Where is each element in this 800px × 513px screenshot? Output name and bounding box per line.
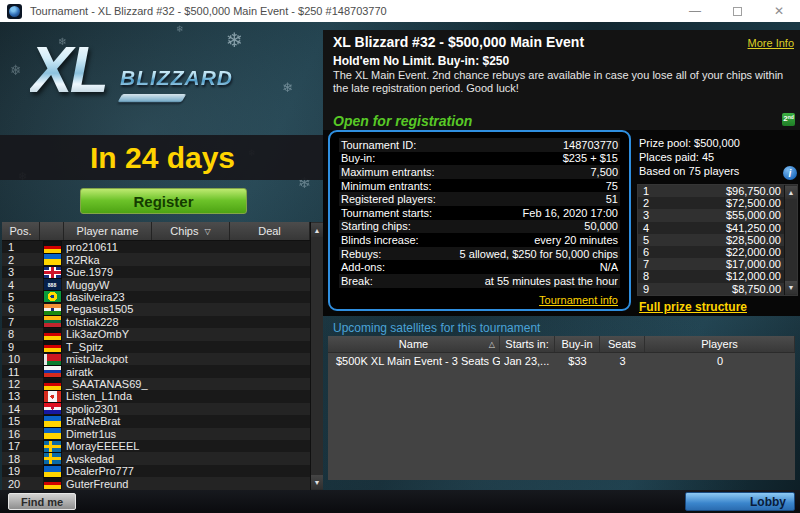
prize-rank: 1 (643, 185, 649, 197)
satellite-name: $500K XL Main Event - 3 Seats GTD (328, 355, 500, 367)
player-name: Listen_L1nda (64, 390, 152, 402)
flag-cell (40, 366, 64, 377)
column-header-sat-name[interactable]: Name△ (328, 336, 500, 352)
column-header-sat-buyin[interactable]: Buy-in (555, 336, 600, 352)
poker-app-icon (7, 4, 22, 19)
player-row[interactable]: 19DealerPro777 (2, 465, 310, 477)
scroll-down-icon[interactable]: ▼ (311, 475, 323, 489)
column-header-sat-players[interactable]: Players (645, 336, 795, 352)
detail-row: Tournament ID:148703770 (339, 138, 620, 152)
main-area: XL BLIZZARD In 24 days Register Pos. Pla… (0, 22, 800, 513)
flag-cell (40, 453, 64, 464)
player-row[interactable]: 18Avskedad (2, 452, 310, 464)
germany-flag-icon (44, 341, 61, 352)
scroll-up-icon[interactable]: ▲ (311, 223, 323, 237)
player-row[interactable]: 6Pegasus1505 (2, 303, 310, 315)
column-header-sat-seats[interactable]: Seats (600, 336, 645, 352)
column-header-deal[interactable]: Deal (230, 222, 310, 240)
prize-rank: 7 (643, 258, 649, 270)
scroll-down-icon[interactable]: ▼ (785, 281, 797, 294)
register-button[interactable]: Register (80, 188, 247, 214)
detail-label: Maximum entrants: (341, 166, 435, 178)
prize-row: 8$12,000.00 (638, 270, 797, 282)
player-row[interactable]: 3Sue.1979 (2, 266, 310, 278)
player-row[interactable]: 13Listen_L1nda (2, 390, 310, 402)
tournament-header-panel: XL Blizzard #32 - $500,000 Main Event Mo… (323, 30, 800, 130)
germany-flag-icon (44, 478, 61, 489)
flag-cell (40, 379, 64, 390)
flag-cell (40, 391, 64, 402)
player-name: DealerPro777 (64, 465, 152, 477)
satellite-row[interactable]: $500K XL Main Event - 3 Seats GTDJan 23,… (328, 353, 795, 369)
player-row[interactable]: 15BratNeBrat (2, 415, 310, 427)
player-position: 11 (2, 366, 40, 378)
player-row[interactable]: 16Dimetr1us (2, 428, 310, 440)
prize-amount: $8,750.00 (732, 283, 781, 295)
player-row[interactable]: 20GuterFreund (2, 477, 310, 489)
player-position: 9 (2, 341, 40, 353)
sweden-flag-icon (44, 453, 61, 464)
player-name: MuggyW (64, 279, 152, 291)
find-me-button[interactable]: Find me (8, 493, 76, 510)
germany-flag-icon (44, 242, 61, 253)
player-row[interactable]: 10mistrJackpot (2, 353, 310, 365)
column-header-sat-starts[interactable]: Starts in: (500, 336, 555, 352)
prize-list-scrollbar[interactable]: ▲ ▼ (784, 185, 797, 295)
ukraine-flag-icon (44, 466, 61, 477)
player-position: 6 (2, 303, 40, 315)
prize-rank: 9 (643, 283, 649, 295)
player-name: pro210611 (64, 241, 152, 253)
column-header-player-name[interactable]: Player name (64, 222, 152, 240)
prize-pool-text: Prize pool: $500,000 (639, 137, 740, 149)
minimize-button[interactable]: — (674, 0, 716, 22)
player-table: Pos. Player name Chips▽ Deal 1pro2106112… (2, 222, 323, 490)
column-header-flag[interactable] (40, 222, 64, 240)
player-row[interactable]: 1pro210611 (2, 241, 310, 253)
ukraine-flag-icon (44, 428, 61, 439)
satellite-players: 0 (645, 355, 795, 367)
close-button[interactable]: ✕ (758, 0, 800, 22)
detail-label: Blinds increase: (341, 234, 419, 246)
player-position: 19 (2, 465, 40, 477)
player-row[interactable]: 4888MuggyW (2, 278, 310, 290)
column-header-pos[interactable]: Pos. (2, 222, 40, 240)
full-prize-structure-link[interactable]: Full prize structure (639, 300, 747, 314)
player-position: 10 (2, 353, 40, 365)
player-name: T_Spitz (64, 341, 152, 353)
detail-row: Tournament starts:Feb 16, 2020 17:00 (339, 206, 620, 220)
tournament-details-box: Tournament ID:148703770Buy-in:$235 + $15… (328, 130, 631, 311)
tournament-description: The XL Main Event. 2nd chance rebuys are… (333, 69, 797, 95)
player-row[interactable]: 2R2Rka (2, 253, 310, 265)
snowflake-icon (226, 28, 243, 52)
player-list-scrollbar[interactable]: ▲ ▼ (310, 222, 323, 490)
player-name: _SAATANAS69_ (64, 378, 152, 390)
maximize-button[interactable] (716, 0, 758, 22)
russia-flag-icon (44, 366, 61, 377)
tournament-title: XL Blizzard #32 - $500,000 Main Event (333, 34, 584, 50)
tournament-info-link[interactable]: Tournament info (539, 294, 618, 306)
player-name: Sue.1979 (64, 266, 152, 278)
player-row[interactable]: 12_SAATANAS69_ (2, 378, 310, 390)
player-row[interactable]: 17MorayEEEEEL (2, 440, 310, 452)
player-row[interactable]: 5dasilveira23 (2, 291, 310, 303)
player-position: 13 (2, 390, 40, 402)
prize-row: 9$8,750.00 (638, 283, 797, 295)
prize-panel: Prize pool: $500,000 Places paid: 45 Bas… (637, 137, 798, 317)
player-row[interactable]: 9T_Spitz (2, 341, 310, 353)
lobby-button[interactable]: Lobby (685, 492, 795, 511)
satellites-title: Upcoming satellites for this tournament (333, 321, 540, 335)
player-row[interactable]: 11airatk (2, 365, 310, 377)
more-info-link[interactable]: More Info (748, 37, 794, 49)
prize-row: 1$96,750.00 (638, 185, 797, 197)
sort-descending-icon: ▽ (204, 227, 210, 236)
column-header-chips[interactable]: Chips▽ (152, 222, 230, 240)
info-icon[interactable]: i (783, 166, 797, 180)
player-row[interactable]: 8Lik3azOmbY (2, 328, 310, 340)
player-name: BratNeBrat (64, 415, 152, 427)
detail-label: Buy-in: (341, 152, 375, 164)
player-row[interactable]: 7tolstiak228 (2, 316, 310, 328)
player-position: 2 (2, 254, 40, 266)
detail-value: Feb 16, 2020 17:00 (523, 207, 618, 219)
player-row[interactable]: 14spoljo2301 (2, 403, 310, 415)
scroll-up-icon[interactable]: ▲ (785, 186, 797, 199)
